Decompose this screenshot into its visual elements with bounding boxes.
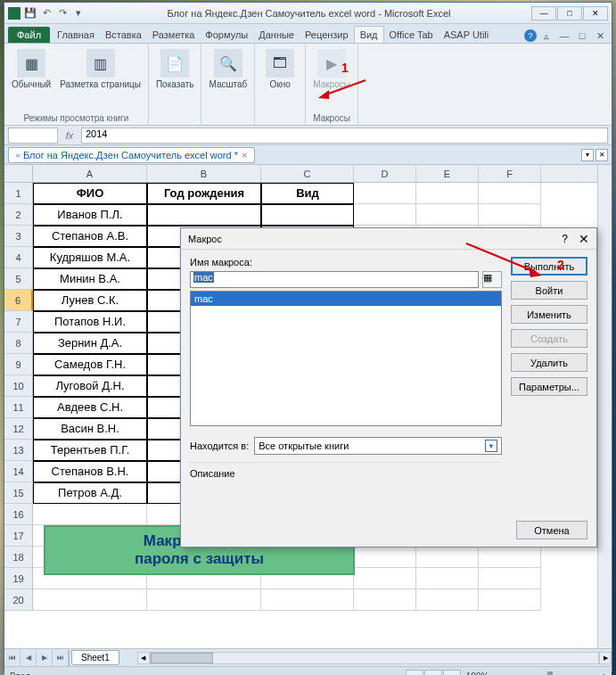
cell[interactable]: Степанов А.В. [33, 226, 147, 247]
tab-home[interactable]: Главная [52, 27, 100, 43]
macro-location-select[interactable]: Все открытые книги ▼ [254, 437, 502, 455]
tab-review[interactable]: Рецензир [300, 27, 354, 43]
cell[interactable] [354, 589, 416, 611]
row-header-11[interactable]: 11 [4, 397, 33, 418]
cell[interactable] [416, 589, 479, 611]
doc-min-icon[interactable]: — [557, 29, 571, 43]
hscroll-left[interactable]: ◀ [137, 652, 150, 664]
zoom-in-icon[interactable]: + [601, 671, 606, 675]
fx-label[interactable]: fx [62, 130, 78, 141]
sheet-nav-prev[interactable]: ◀ [21, 650, 37, 666]
cell[interactable] [33, 504, 147, 525]
row-header-4[interactable]: 4 [4, 247, 33, 268]
cell[interactable] [479, 568, 541, 589]
tab-layout[interactable]: Разметка [147, 27, 201, 43]
cell[interactable]: Авдеев С.Н. [33, 397, 147, 418]
close-icon[interactable]: × [242, 150, 247, 161]
macro-list-item[interactable]: mac [191, 292, 501, 306]
view-normal-icon[interactable] [406, 670, 423, 676]
cell[interactable]: Кудряшов М.А. [33, 247, 147, 268]
row-header-20[interactable]: 20 [4, 589, 33, 611]
file-tab[interactable]: Файл [8, 27, 50, 43]
zoom-out-icon[interactable]: − [492, 671, 497, 675]
sheet-nav-next[interactable]: ▶ [37, 650, 53, 666]
col-header-F[interactable]: F [479, 165, 541, 182]
dialog-close-icon[interactable]: ✕ [579, 232, 589, 246]
doc-close-icon[interactable]: ✕ [593, 29, 607, 43]
row-header-2[interactable]: 2 [4, 204, 33, 226]
col-header-C[interactable]: C [261, 165, 354, 182]
close-button[interactable]: ✕ [583, 6, 608, 21]
row-header-10[interactable]: 10 [4, 375, 33, 397]
tab-data[interactable]: Данные [253, 27, 300, 43]
cell[interactable]: Луговой Д.Н. [33, 375, 147, 397]
name-box[interactable] [8, 128, 58, 144]
row-header-19[interactable]: 19 [4, 568, 33, 589]
cell[interactable] [261, 589, 354, 611]
qat-save-icon[interactable]: 💾 [23, 6, 37, 21]
cell[interactable]: Терентьев П.Г. [33, 440, 147, 461]
col-header-B[interactable]: B [147, 165, 261, 182]
cell[interactable]: Зернин Д.А. [33, 333, 147, 354]
view-break-icon[interactable] [443, 670, 461, 676]
row-header-6[interactable]: 6 [4, 290, 33, 311]
cell[interactable]: Петров А.Д. [33, 482, 147, 504]
normal-view-button[interactable]: ▦ Обычный [8, 47, 54, 91]
row-header-12[interactable]: 12 [4, 418, 33, 440]
cell[interactable]: Самедов Г.Н. [33, 354, 147, 375]
tab-office[interactable]: Office Tab [384, 27, 439, 43]
row-header-1[interactable]: 1 [4, 183, 33, 204]
sheet-nav-last[interactable]: ⏭ [53, 650, 69, 666]
cell[interactable] [354, 547, 416, 568]
cell[interactable]: Год рождения [147, 183, 261, 204]
dialog-help-icon[interactable]: ? [562, 233, 568, 245]
wb-close-icon[interactable]: ✕ [595, 149, 608, 161]
cell[interactable] [354, 568, 416, 589]
tab-formulas[interactable]: Формулы [200, 27, 253, 43]
delete-button[interactable]: Удалить [511, 353, 587, 372]
cell[interactable] [479, 183, 541, 204]
row-header-3[interactable]: 3 [4, 226, 33, 247]
row-header-18[interactable]: 18 [4, 547, 33, 568]
cell[interactable]: Иванов П.Л. [33, 204, 147, 226]
tab-insert[interactable]: Вставка [100, 27, 147, 43]
row-header-5[interactable]: 5 [4, 268, 33, 290]
vertical-scrollbar[interactable] [597, 165, 612, 648]
cell[interactable] [261, 204, 354, 226]
minimize-button[interactable]: — [531, 6, 556, 21]
qat-redo-icon[interactable]: ↷ [55, 6, 70, 21]
step-button[interactable]: Войти [511, 281, 587, 300]
sheet-tab[interactable]: Sheet1 [71, 650, 119, 665]
cell[interactable] [479, 204, 541, 226]
cell[interactable] [479, 547, 541, 568]
cell[interactable]: Потапов Н.И. [33, 311, 147, 333]
hscroll-right[interactable]: ▶ [599, 652, 612, 664]
show-button[interactable]: 📄 Показать [152, 47, 198, 91]
col-header-A[interactable]: A [33, 165, 147, 182]
dialog-titlebar[interactable]: Макрос ? ✕ [181, 228, 596, 250]
col-header-D[interactable]: D [354, 165, 416, 182]
select-all-corner[interactable] [4, 165, 33, 182]
cell[interactable]: Васин В.Н. [33, 418, 147, 440]
row-header-16[interactable]: 16 [4, 504, 33, 525]
cell[interactable]: Степанов В.Н. [33, 461, 147, 482]
cell[interactable] [33, 589, 147, 611]
row-header-13[interactable]: 13 [4, 440, 33, 461]
run-button[interactable]: Выполнить [511, 257, 587, 276]
row-header-8[interactable]: 8 [4, 333, 33, 354]
row-header-14[interactable]: 14 [4, 461, 33, 482]
cancel-button[interactable]: Отмена [516, 521, 587, 539]
cell[interactable] [147, 589, 261, 611]
maximize-button[interactable]: □ [557, 6, 582, 21]
cell[interactable] [147, 204, 261, 226]
hscroll-track[interactable] [150, 652, 599, 664]
cell[interactable] [416, 568, 479, 589]
workbook-tab[interactable]: ▫ Блог на Яндекс.Дзен Самоучитель excel … [8, 147, 255, 163]
view-layout-icon[interactable] [424, 670, 442, 676]
cell[interactable]: Вид [261, 183, 354, 204]
cell[interactable] [354, 183, 416, 204]
edit-button[interactable]: Изменить [511, 305, 587, 324]
qat-undo-icon[interactable]: ↶ [39, 6, 53, 21]
help-icon[interactable]: ? [524, 29, 537, 42]
row-header-7[interactable]: 7 [4, 311, 33, 333]
